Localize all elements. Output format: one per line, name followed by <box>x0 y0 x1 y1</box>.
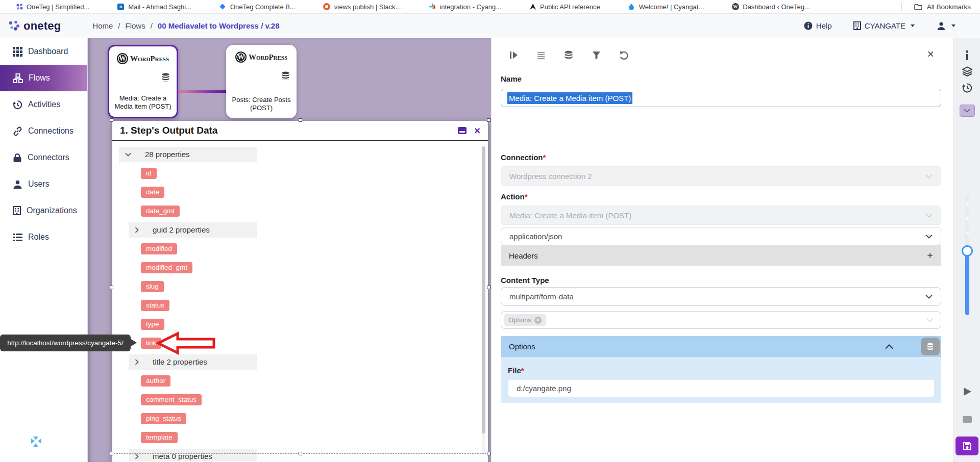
options-section-header[interactable]: Options <box>501 336 941 357</box>
chevron-down-icon <box>911 24 915 27</box>
data-mapping-button[interactable] <box>921 338 940 355</box>
bookmark-views-publish[interactable]: views publish | Slack... <box>323 3 401 11</box>
collapse-panel-button[interactable] <box>960 105 975 117</box>
database-icon[interactable] <box>281 71 290 80</box>
bookmark-label: views publish | Slack... <box>334 3 401 11</box>
bookmark-wp-dashboard[interactable]: W Dashboard ‹ OneTeg... <box>731 3 810 11</box>
chevron-down-icon <box>926 318 934 322</box>
property-pill-type[interactable]: type <box>141 319 164 330</box>
roles-icon <box>13 233 22 242</box>
chevron-down-icon <box>925 213 933 218</box>
api-favicon <box>529 3 536 11</box>
chevron-up-icon[interactable] <box>885 344 893 349</box>
flow-canvas[interactable]: W WordPress Media: Create a Media item (… <box>88 38 491 462</box>
database-icon[interactable] <box>161 73 170 82</box>
dock-panel-icon[interactable] <box>458 127 467 134</box>
tree-group-meta[interactable]: meta 0 properties <box>129 449 257 461</box>
step-properties-panel: × Name Media: Create a Media item (POST)… <box>491 38 953 462</box>
bookmark-oneteg-complete[interactable]: OneTeg Complete B... <box>219 3 296 11</box>
user-menu[interactable] <box>936 21 955 31</box>
chevron-down-icon <box>125 152 131 157</box>
property-pill-date-gmt[interactable]: date_gmt <box>141 206 180 217</box>
close-icon[interactable]: × <box>474 125 480 136</box>
stop-icon[interactable] <box>963 416 972 423</box>
sidebar-item-users[interactable]: Users <box>0 171 87 197</box>
sidebar-item-dashboard[interactable]: Dashboard <box>0 38 87 65</box>
org-selector[interactable]: CYANGATE <box>853 21 915 30</box>
bookmark-integration[interactable]: integration - Cyang... <box>428 3 501 11</box>
wordpress-logo: W WordPress <box>109 53 177 64</box>
bookmark-label: Welcome! | Cyangat... <box>639 3 704 11</box>
lock-icon <box>13 153 22 163</box>
sidebar-item-roles[interactable]: Roles <box>0 224 87 250</box>
wordpress-circle-icon: W <box>117 53 128 64</box>
property-pill-ping-status[interactable]: ping_status <box>141 413 186 424</box>
scrollbar[interactable] <box>482 146 485 455</box>
zoom-slider-fill <box>965 255 969 315</box>
breadcrumb-separator: / <box>151 21 153 30</box>
property-pill-author[interactable]: author <box>141 375 170 387</box>
property-pill-date[interactable]: date <box>141 187 164 198</box>
bookmark-label: integration - Cyang... <box>439 3 501 11</box>
options-multiselect[interactable]: Options ✕ <box>501 311 941 329</box>
all-bookmarks-button[interactable]: All Bookmarks <box>927 3 971 11</box>
flow-node-posts-create[interactable]: W WordPress Posts: Create Posts (POST) <box>226 45 297 118</box>
database-icon[interactable] <box>563 49 574 61</box>
layers-icon[interactable] <box>962 66 973 76</box>
zoom-slider-handle[interactable] <box>962 245 973 256</box>
remove-tag-icon[interactable]: ✕ <box>534 317 542 324</box>
content-type-dropdown[interactable]: multipart/form-data <box>501 287 941 306</box>
undo-icon[interactable] <box>618 49 629 61</box>
link-icon <box>13 126 22 136</box>
property-pill-comment-status[interactable]: comment_status <box>141 394 202 405</box>
filter-icon[interactable] <box>591 49 602 61</box>
menu-lines-icon[interactable] <box>535 49 547 61</box>
property-pill-id[interactable]: id <box>141 168 157 179</box>
close-icon[interactable]: × <box>927 48 934 60</box>
flow-edge <box>178 90 227 93</box>
orange-favicon <box>323 3 331 11</box>
property-pill-modified-gmt[interactable]: modified_gmt <box>141 262 192 273</box>
name-input[interactable]: Media: Create a Media item (POST) <box>501 89 941 107</box>
sidebar-item-activities[interactable]: Activities <box>0 91 87 118</box>
add-header-button[interactable]: + <box>927 250 933 262</box>
info-icon[interactable] <box>965 50 969 60</box>
chevron-right-icon <box>135 453 139 459</box>
bookmark-welcome[interactable]: Welcome! | Cyangat... <box>628 3 704 11</box>
tree-group-title[interactable]: title 2 properties <box>129 354 257 370</box>
breadcrumb-flows[interactable]: Flows <box>126 21 145 30</box>
chevron-down-icon <box>925 294 933 299</box>
bookmark-mail[interactable]: o Mail - Ahmad Saghi... <box>117 3 191 11</box>
help-button[interactable]: Help <box>804 21 832 30</box>
breadcrumb-home[interactable]: Home <box>92 21 113 30</box>
options-tag: Options ✕ <box>504 314 546 326</box>
property-pill-template[interactable]: template <box>141 432 178 443</box>
collapse-view-icon[interactable] <box>29 434 44 449</box>
headers-section-bar[interactable]: Headers + <box>501 245 941 266</box>
drop-favicon <box>628 3 635 11</box>
response-type-dropdown[interactable]: application/json <box>501 227 941 245</box>
building-icon <box>853 21 861 30</box>
tree-group-guid[interactable]: guid 2 properties <box>129 222 257 238</box>
tree-group-28-properties[interactable]: 28 properties <box>119 147 257 162</box>
property-pill-slug[interactable]: slug <box>141 281 164 292</box>
file-input[interactable]: d:/cyangate.png <box>508 379 935 397</box>
sidebar-item-flows[interactable]: Flows <box>0 65 87 91</box>
version-history-icon[interactable] <box>962 83 972 93</box>
app-header: oneteg Home / Flows / 00 Mediavalet to W… <box>0 14 980 38</box>
bookmark-oneteg[interactable]: OneTeg | Simplified... <box>15 3 89 11</box>
play-icon[interactable] <box>963 387 972 396</box>
property-pill-status[interactable]: status <box>141 300 169 311</box>
oneteg-logo-icon <box>7 19 20 33</box>
wordpress-circle-icon: W <box>235 52 247 63</box>
scrollbar-thumb[interactable] <box>482 146 485 433</box>
flow-node-media-create[interactable]: W WordPress Media: Create a Media item (… <box>108 45 178 118</box>
save-button[interactable] <box>955 437 978 455</box>
run-step-icon[interactable] <box>508 49 519 61</box>
sidebar-item-organizations[interactable]: Organizations <box>0 197 87 224</box>
bookmark-public-api[interactable]: Public API reference <box>529 3 600 11</box>
sidebar-item-connectors[interactable]: Connectors <box>0 144 87 171</box>
property-pill-modified[interactable]: modified <box>141 243 177 254</box>
oneteg-logo[interactable]: oneteg <box>7 19 61 33</box>
sidebar-item-connections[interactable]: Connections <box>0 118 87 144</box>
